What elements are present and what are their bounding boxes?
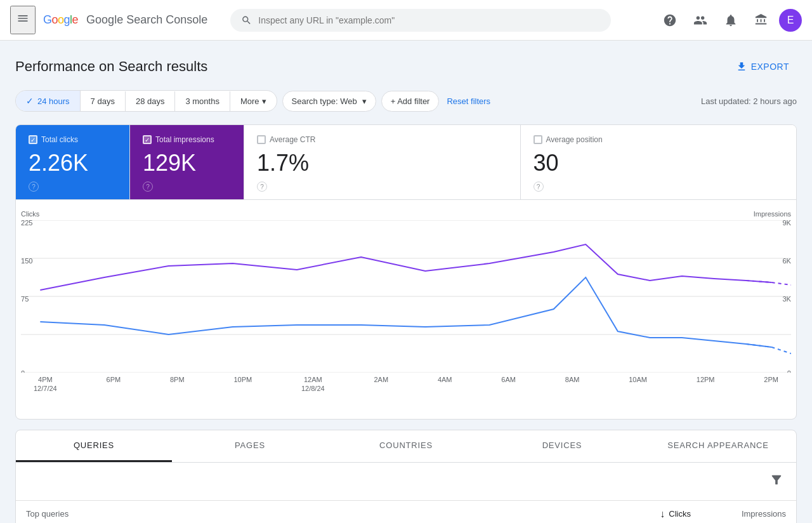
tab-pages[interactable]: PAGES [172,430,328,462]
table-header-impressions: Impressions [742,509,786,519]
svg-text:75: 75 [21,295,29,303]
add-filter-label: + Add filter [391,96,430,106]
stat-header-impressions: Total impressions [143,135,231,144]
x-label-6pm: 6PM [107,375,121,394]
impressions-footer: ? [143,182,231,192]
x-axis-labels: 4PM12/7/24 6PM 8PM 10PM 12AM12/8/24 2AM … [21,373,791,394]
apps-icon[interactable] [749,8,774,33]
check-icon: ✓ [26,96,34,106]
filter-tab-28d-label: 28 days [136,96,165,106]
impressions-label: Total impressions [155,135,214,144]
filter-tab-more[interactable]: More ▾ [230,91,277,111]
stat-card-impressions[interactable]: Total impressions 129K ? [130,125,244,199]
filter-tab-3m[interactable]: 3 months [175,91,230,111]
clicks-label: Total clicks [41,135,78,144]
reset-filters-button[interactable]: Reset filters [444,91,493,111]
filter-tab-24h-label: 24 hours [37,96,70,106]
filter-tab-more-label: More [240,96,259,106]
svg-text:0: 0 [787,369,791,373]
search-icon [241,15,252,26]
performance-chart: 225 150 75 0 9K 6K 3K 0 [21,220,791,373]
svg-text:9K: 9K [782,220,791,227]
app-logo: Google Google Search Console [43,13,207,27]
page-title: Performance on Search results [15,58,207,75]
x-label-6am: 6AM [501,375,516,394]
stat-card-clicks[interactable]: Total clicks 2.26K ? [16,125,130,199]
page-title-bar: Performance on Search results EXPORT [15,56,797,77]
filter-tab-7d-label: 7 days [91,96,115,106]
filter-tab-24h[interactable]: ✓ 24 hours [16,91,81,111]
table-filter-button[interactable] [767,470,786,493]
table-header: Top queries ↓ Clicks Impressions [16,501,796,523]
notifications-icon[interactable] [718,8,743,33]
bottom-section: QUERIES PAGES COUNTRIES DEVICES SEARCH A… [15,430,797,523]
filter-tab-7d[interactable]: 7 days [81,91,126,111]
last-updated: Last updated: 2 hours ago [701,96,797,106]
clicks-value: 2.26K [29,149,117,176]
x-label-10pm: 10PM [233,375,252,394]
stat-header-clicks: Total clicks [29,135,117,144]
add-filter-button[interactable]: + Add filter [381,91,440,112]
url-search[interactable] [230,9,611,32]
clicks-checkbox[interactable] [29,135,37,144]
ctr-help-icon[interactable]: ? [257,182,267,192]
ctr-value: 1.7% [257,149,508,176]
clicks-line-projected [746,344,791,354]
table-header-clicks[interactable]: ↓ Clicks [660,508,691,520]
svg-text:3K: 3K [782,295,791,303]
y-axis-left-title: Clicks [21,210,39,218]
chevron-down-icon: ▾ [262,96,266,106]
ctr-label: Average CTR [270,135,315,144]
avatar[interactable]: E [779,9,802,32]
user-circle-icon[interactable] [688,8,713,33]
tab-countries[interactable]: COUNTRIES [328,430,484,462]
ctr-checkbox[interactable] [257,135,266,144]
x-label-4am: 4AM [438,375,452,394]
impressions-help-icon[interactable]: ? [143,182,153,192]
x-label-2pm: 2PM [764,375,778,394]
header-actions: E [657,8,802,33]
app-header: Google Google Search Console [0,0,812,41]
tab-queries[interactable]: QUERIES [16,430,172,462]
stats-cards: Total clicks 2.26K ? Total impressions 1… [16,125,796,200]
tab-devices[interactable]: DEVICES [484,430,640,462]
clicks-footer: ? [29,182,117,192]
search-type-chevron: ▾ [362,96,367,106]
clicks-line [40,277,771,347]
sort-down-icon: ↓ [660,508,665,520]
impressions-value: 129K [143,149,231,176]
help-button[interactable] [657,8,683,33]
svg-text:6K: 6K [782,257,791,265]
x-label-12am: 12AM12/8/24 [301,375,325,394]
stat-card-ctr[interactable]: Average CTR 1.7% ? [244,125,521,199]
stat-card-position[interactable]: Average position 30 ? [521,125,797,199]
menu-icon[interactable] [10,6,36,34]
x-label-12pm: 12PM [697,375,715,394]
table-header-label: Top queries [26,509,69,519]
export-button[interactable]: EXPORT [728,56,797,77]
clicks-help-icon[interactable]: ? [29,182,39,192]
position-label: Average position [546,135,603,144]
app-name: Google Search Console [86,13,207,27]
tab-search-appearance[interactable]: SEARCH APPEARANCE [640,430,796,462]
bottom-tabs: QUERIES PAGES COUNTRIES DEVICES SEARCH A… [16,430,796,463]
position-checkbox[interactable] [534,135,542,144]
search-type-label: Search type: Web [292,96,357,106]
x-label-4pm: 4PM12/7/24 [34,375,57,394]
search-type-filter[interactable]: Search type: Web ▾ [282,91,376,112]
position-help-icon[interactable]: ? [534,182,544,192]
url-search-input[interactable] [258,15,600,25]
filter-tab-28d[interactable]: 28 days [126,91,176,111]
main-content: Performance on Search results EXPORT ✓ 2… [0,41,812,523]
stat-header-ctr: Average CTR [257,135,508,144]
svg-text:0: 0 [21,369,25,373]
svg-text:225: 225 [21,220,33,227]
stat-header-position: Average position [534,135,784,144]
x-label-8pm: 8PM [170,375,185,394]
ctr-footer: ? [257,182,508,192]
filters-row: ✓ 24 hours 7 days 28 days 3 months More … [15,90,797,112]
impressions-line [40,244,771,290]
impressions-checkbox[interactable] [143,135,152,144]
x-label-2am: 2AM [374,375,388,394]
filter-tab-3m-label: 3 months [185,96,219,106]
